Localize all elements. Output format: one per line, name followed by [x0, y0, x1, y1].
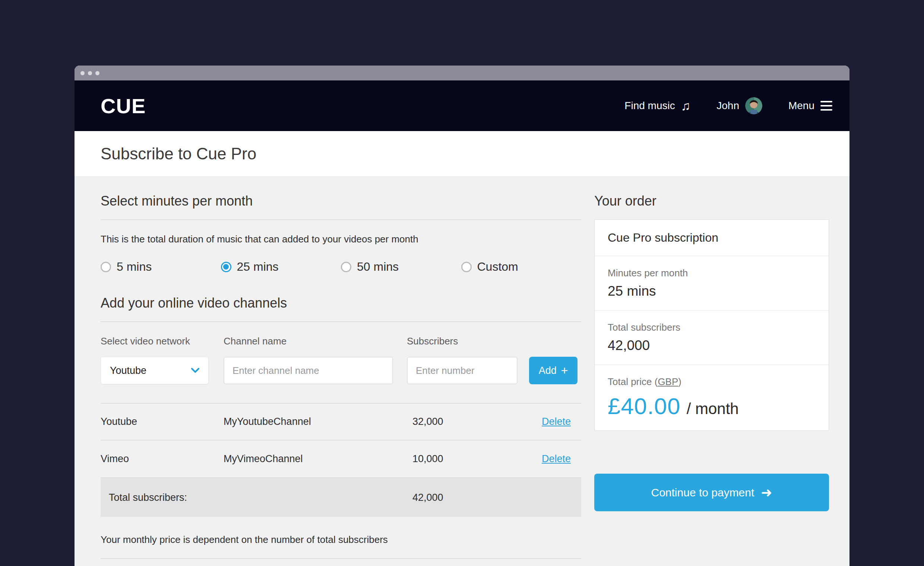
- subscribers-label: Subscribers: [407, 335, 581, 347]
- channel-table: Youtube MyYoutubeChannel 32,000 Delete V…: [100, 403, 581, 517]
- music-note-icon: ♫: [681, 99, 691, 112]
- radio-circle-icon: [341, 262, 351, 272]
- total-label: Total subscribers:: [100, 492, 224, 503]
- order-minutes-label: Minutes per month: [608, 267, 816, 279]
- order-minutes-value: 25 mins: [608, 283, 816, 299]
- minutes-radio-group: 5 mins 25 mins 50 mins Custom: [100, 260, 581, 274]
- page-title-band: Subscribe to Cue Pro: [75, 131, 849, 177]
- nav-menu-label: Menu: [788, 100, 814, 112]
- channel-form-row: Youtube Add +: [100, 357, 581, 384]
- order-subscribers-item: Total subscribers 42,000: [595, 311, 829, 365]
- add-channel-button[interactable]: Add +: [529, 357, 578, 384]
- table-row: Vimeo MyVimeoChannel 10,000 Delete: [100, 440, 581, 478]
- order-card: Cue Pro subscription Minutes per month 2…: [594, 219, 829, 431]
- page-title: Subscribe to Cue Pro: [100, 144, 256, 163]
- subscription-form: Select minutes per month This is the tot…: [100, 193, 581, 566]
- delete-link[interactable]: Delete: [542, 416, 571, 427]
- radio-option-custom[interactable]: Custom: [461, 260, 582, 274]
- row-network: Youtube: [100, 416, 224, 427]
- nav-user-label: John: [717, 100, 739, 112]
- window-control-dot[interactable]: [95, 71, 99, 75]
- radio-option-50-mins[interactable]: 50 mins: [341, 260, 461, 274]
- order-price-section: Total price (GBP) £40.00 / month: [595, 365, 829, 430]
- order-subscribers-value: 42,000: [608, 338, 816, 353]
- divider: [100, 321, 581, 322]
- app-header: CUE Find music ♫ John: [75, 81, 849, 131]
- user-avatar: [745, 97, 762, 114]
- nav-menu[interactable]: Menu: [788, 100, 832, 112]
- header-nav: Find music ♫ John: [624, 97, 832, 114]
- minutes-section-heading: Select minutes per month: [100, 193, 581, 209]
- row-channel: MyYoutubeChannel: [224, 416, 407, 427]
- hamburger-icon: [820, 101, 832, 111]
- order-product: Cue Pro subscription: [595, 220, 829, 256]
- order-heading: Your order: [594, 193, 829, 209]
- window-titlebar: [75, 66, 849, 81]
- row-channel: MyVimeoChannel: [224, 453, 407, 465]
- price-amount: £40.00: [608, 393, 681, 419]
- window-control-dot[interactable]: [88, 71, 92, 75]
- browser-window: CUE Find music ♫ John: [75, 66, 849, 566]
- channel-form-labels: Select video network Channel name Subscr…: [100, 335, 581, 347]
- network-select[interactable]: Youtube: [100, 357, 208, 384]
- plus-icon: +: [561, 365, 568, 376]
- price-row: £40.00 / month: [608, 393, 816, 419]
- nav-user[interactable]: John: [717, 97, 762, 114]
- minutes-description: This is the total duration of music that…: [100, 234, 581, 245]
- window-control-dot[interactable]: [81, 71, 85, 75]
- radio-circle-icon: [100, 262, 111, 272]
- divider: [100, 219, 581, 220]
- delete-link[interactable]: Delete: [542, 453, 571, 464]
- cue-logo[interactable]: CUE: [100, 94, 146, 118]
- arrow-right-icon: ➜: [761, 486, 772, 499]
- radio-circle-icon: [221, 262, 231, 272]
- pricing-note: Your monthly price is dependent on the n…: [100, 534, 581, 545]
- subscribers-input[interactable]: [407, 357, 518, 384]
- nav-find-music[interactable]: Find music ♫: [624, 99, 690, 112]
- row-network: Vimeo: [100, 453, 224, 465]
- page-content: Select minutes per month This is the tot…: [75, 177, 849, 566]
- total-subscribers-row: Total subscribers: 42,000: [100, 478, 581, 517]
- order-summary: Your order Cue Pro subscription Minutes …: [594, 193, 829, 566]
- network-label: Select video network: [100, 335, 224, 347]
- price-period: / month: [687, 400, 739, 418]
- row-subscribers: 32,000: [407, 416, 515, 427]
- channel-name-label: Channel name: [224, 335, 407, 347]
- desktop-background: CUE Find music ♫ John: [0, 0, 924, 566]
- channels-section-heading: Add your online video channels: [100, 295, 581, 311]
- table-row: Youtube MyYoutubeChannel 32,000 Delete: [100, 403, 581, 440]
- network-select-value: Youtube: [110, 365, 146, 376]
- chevron-down-icon: [191, 368, 200, 373]
- radio-circle-icon: [461, 262, 472, 272]
- gbp-currency-link[interactable]: GBP: [658, 376, 678, 387]
- radio-option-5-mins[interactable]: 5 mins: [100, 260, 221, 274]
- order-price-label: Total price (GBP): [608, 376, 816, 388]
- continue-to-payment-button[interactable]: Continue to payment ➜: [594, 474, 829, 511]
- order-minutes-item: Minutes per month 25 mins: [595, 256, 829, 311]
- channel-name-input[interactable]: [224, 357, 393, 384]
- radio-option-25-mins[interactable]: 25 mins: [221, 260, 341, 274]
- divider: [100, 558, 581, 559]
- row-subscribers: 10,000: [407, 453, 515, 465]
- order-subscribers-label: Total subscribers: [608, 322, 816, 333]
- total-value: 42,000: [407, 492, 515, 503]
- nav-find-music-label: Find music: [624, 100, 675, 112]
